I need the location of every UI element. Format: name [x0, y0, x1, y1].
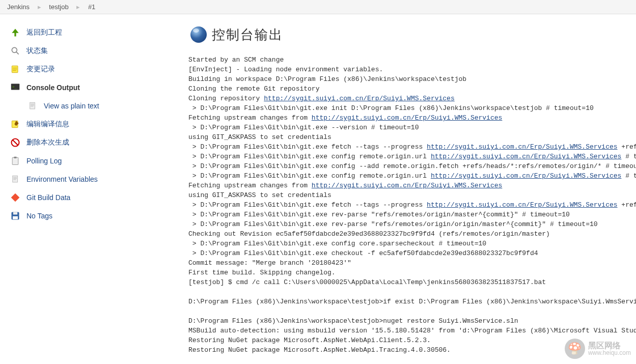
sidebar-item-label: 返回到工程 — [26, 28, 62, 37]
terminal-icon: >_ — [9, 81, 21, 94]
breadcrumb-sep-icon: ▸ — [76, 3, 80, 11]
breadcrumb-jenkins[interactable]: Jenkins — [7, 3, 30, 11]
sidebar-item-changes[interactable]: 变更记录 — [4, 60, 183, 78]
sidebar-item-label: Polling Log — [26, 157, 62, 165]
sidebar-item-delete-build[interactable]: 删除本次生成 — [4, 133, 183, 152]
console-link[interactable]: http://sygit.suiyi.com.cn/Erp/Suiyi.WMS.… — [427, 201, 617, 209]
svg-line-14 — [13, 140, 18, 145]
sidebar-item-console-output[interactable]: >_ Console Output — [4, 78, 183, 97]
up-arrow-icon — [9, 26, 21, 39]
breadcrumb-build-number[interactable]: #1 — [88, 3, 95, 11]
breadcrumb-sep-icon: ▸ — [38, 3, 41, 11]
svg-point-25 — [193, 29, 199, 33]
breadcrumb-testjob[interactable]: testjob — [49, 3, 68, 11]
main-content: 控制台输出 Started by an SCM change [EnvInjec… — [183, 14, 636, 355]
svg-rect-15 — [12, 157, 18, 164]
svg-rect-8 — [30, 102, 35, 109]
document-icon — [9, 173, 21, 185]
sidebar-item-status[interactable]: 状态集 — [4, 42, 183, 60]
save-icon — [9, 210, 21, 222]
svg-text:>_: >_ — [12, 85, 17, 89]
sidebar-item-label: 删除本次生成 — [26, 138, 69, 147]
svg-rect-22 — [13, 216, 18, 219]
console-link[interactable]: http://sygit.suiyi.com.cn/Erp/Suiyi.WMS.… — [431, 172, 621, 180]
svg-rect-16 — [14, 157, 17, 158]
sidebar-item-edit-build-info[interactable]: 编辑编译信息 — [4, 115, 183, 133]
sidebar-item-label: Console Output — [26, 83, 80, 92]
svg-rect-17 — [13, 176, 18, 182]
sidebar-item-label: Git Build Data — [26, 193, 70, 202]
clipboard-icon — [9, 155, 21, 167]
breadcrumb: Jenkins ▸ testjob ▸ #1 — [0, 0, 636, 14]
svg-rect-23 — [13, 212, 17, 215]
sidebar-item-view-plain-text[interactable]: View as plain text — [4, 97, 183, 115]
notepad-icon — [9, 63, 21, 75]
document-icon — [26, 100, 39, 112]
console-link[interactable]: http://sygit.suiyi.com.cn/Erp/Suiyi.WMS.… — [427, 143, 617, 151]
sidebar-item-back-to-project[interactable]: 返回到工程 — [4, 23, 183, 42]
sidebar-item-label: 状态集 — [26, 46, 48, 55]
sidebar-item-polling-log[interactable]: Polling Log — [4, 152, 183, 170]
git-icon — [9, 191, 21, 204]
sidebar-item-label: 变更记录 — [26, 65, 55, 74]
page-title-text: 控制台输出 — [212, 26, 283, 44]
sidebar-item-label: View as plain text — [44, 102, 99, 110]
sidebar-item-git-build-data[interactable]: Git Build Data — [4, 188, 183, 207]
sidebar-item-label: Environment Variables — [26, 175, 98, 183]
orb-icon — [188, 24, 209, 45]
search-icon — [9, 45, 21, 57]
svg-point-24 — [190, 26, 207, 43]
notepad-edit-icon — [9, 118, 21, 130]
console-link[interactable]: http://sygit.suiyi.com.cn/Erp/Suiyi.WMS.… — [312, 114, 502, 122]
sidebar-item-label: 编辑编译信息 — [26, 120, 69, 129]
sidebar-item-env-vars[interactable]: Environment Variables — [4, 170, 183, 188]
svg-line-1 — [16, 52, 19, 54]
sidebar-item-no-tags[interactable]: No Tags — [4, 207, 183, 225]
sidebar-item-label: No Tags — [26, 212, 52, 220]
console-link[interactable]: http://sygit.suiyi.com.cn/Erp/Suiyi.WMS.… — [312, 182, 502, 189]
console-link[interactable]: http://sygit.suiyi.com.cn/Erp/Suiyi.WMS.… — [431, 153, 621, 160]
sidebar: 返回到工程 状态集 变更记录 >_ Console Output View as — [0, 14, 183, 355]
no-entry-icon — [9, 136, 21, 149]
console-link[interactable]: http://sygit.suiyi.com.cn/Erp/Suiyi.WMS.… — [264, 95, 454, 102]
console-output: Started by an SCM change [EnvInject] - L… — [188, 55, 636, 355]
page-title: 控制台输出 — [188, 24, 636, 45]
